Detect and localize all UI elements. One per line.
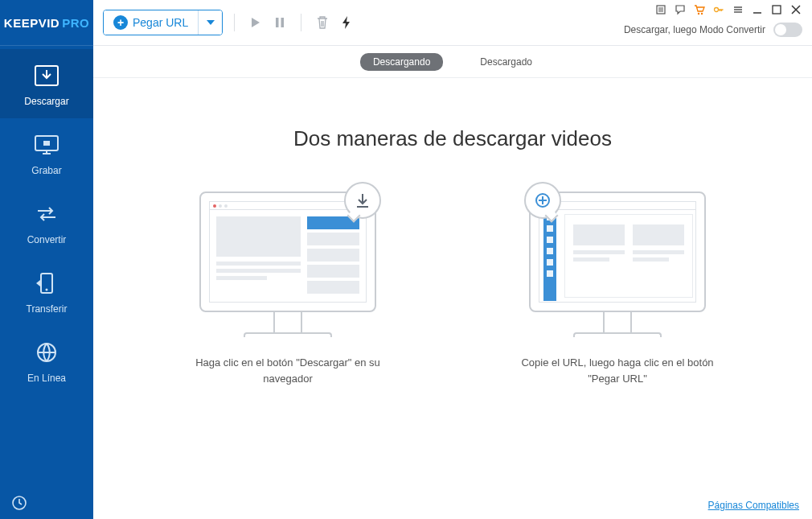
history-button[interactable] [0, 487, 93, 519]
method2-caption: Copie el URL, luego haga clic en el botó… [509, 355, 726, 386]
sidebar-item-descargar[interactable]: Descargar [0, 49, 93, 118]
cart-icon[interactable] [693, 3, 706, 16]
method-browser-button: Haga clic en el botón "Descargar" en su … [179, 192, 396, 386]
convert-mode-toggle[interactable] [773, 23, 802, 37]
transfer-icon [33, 271, 60, 295]
sidebar-item-label: Transferir [27, 303, 68, 315]
logo-keepvid: KEEPVID [4, 16, 59, 30]
paste-url-dropdown[interactable] [198, 10, 222, 35]
key-icon[interactable] [712, 3, 725, 16]
sidebar-item-label: Grabar [31, 165, 61, 176]
paste-url-button[interactable]: + Pegar URL [104, 10, 198, 35]
sidebar-item-label: Convertir [27, 234, 67, 245]
lightning-icon [340, 16, 353, 29]
sidebar: KEEPVID PRO Descargar Grabar Convertir T… [0, 0, 93, 519]
sidebar-item-label: En Línea [27, 373, 66, 384]
separator [301, 14, 301, 31]
paste-url-group: + Pegar URL [103, 10, 223, 35]
svg-rect-13 [773, 6, 781, 14]
compatible-pages-link[interactable]: Páginas Compatibles [708, 500, 799, 511]
method-paste-url: Copie el URL, luego haga clic en el botó… [509, 192, 726, 386]
svg-point-12 [715, 8, 719, 12]
sidebar-item-grabar[interactable]: Grabar [0, 118, 93, 187]
svg-rect-7 [276, 18, 279, 27]
plus-bubble-icon [524, 182, 561, 219]
delete-button[interactable] [313, 13, 332, 32]
convert-icon [33, 202, 60, 226]
svg-point-11 [701, 13, 703, 14]
play-icon [249, 16, 262, 29]
title-icons [654, 3, 802, 16]
download-icon [33, 64, 60, 88]
menu-icon[interactable] [654, 3, 667, 16]
more-icon[interactable] [732, 3, 744, 16]
record-icon [33, 133, 60, 157]
sidebar-item-transferir[interactable]: Transferir [0, 257, 93, 326]
svg-point-10 [698, 13, 699, 14]
globe-icon [33, 340, 60, 365]
content-heading: Dos maneras de descargar videos [293, 126, 612, 151]
tabs: Descargando Descargado [93, 46, 812, 78]
plus-circle-icon: + [113, 15, 128, 30]
pause-icon [273, 16, 286, 29]
minimize-button[interactable] [751, 3, 764, 16]
tab-descargando[interactable]: Descargando [360, 53, 443, 71]
download-bubble-icon [344, 182, 381, 219]
trash-icon [316, 16, 329, 29]
tab-descargado[interactable]: Descargado [467, 53, 545, 71]
pause-button[interactable] [270, 13, 289, 32]
svg-rect-8 [281, 18, 285, 27]
toggle-label: Descargar, luego Modo Convertir [624, 24, 765, 35]
method1-caption: Haga clic en el botón "Descargar" en su … [179, 355, 396, 386]
chevron-down-icon [207, 20, 215, 25]
separator [234, 14, 235, 31]
paste-url-label: Pegar URL [133, 16, 188, 29]
sidebar-item-en-linea[interactable]: En Línea [0, 326, 93, 395]
topbar: + Pegar URL [93, 0, 812, 46]
monitor-illustration [199, 192, 376, 312]
content: Dos maneras de descargar videos [93, 78, 812, 519]
nav: Descargar Grabar Convertir Transferir En… [0, 46, 93, 487]
feedback-icon[interactable] [674, 3, 687, 16]
svg-point-4 [46, 289, 48, 291]
logo: KEEPVID PRO [0, 0, 93, 46]
play-button[interactable] [246, 13, 265, 32]
sidebar-item-label: Descargar [24, 96, 68, 107]
close-button[interactable] [789, 3, 802, 16]
maximize-button[interactable] [770, 3, 783, 16]
history-icon [11, 495, 27, 511]
sidebar-item-convertir[interactable]: Convertir [0, 187, 93, 257]
logo-pro: PRO [62, 16, 89, 30]
monitor-illustration [529, 192, 706, 312]
svg-rect-2 [43, 141, 50, 146]
turbo-button[interactable] [337, 13, 356, 32]
